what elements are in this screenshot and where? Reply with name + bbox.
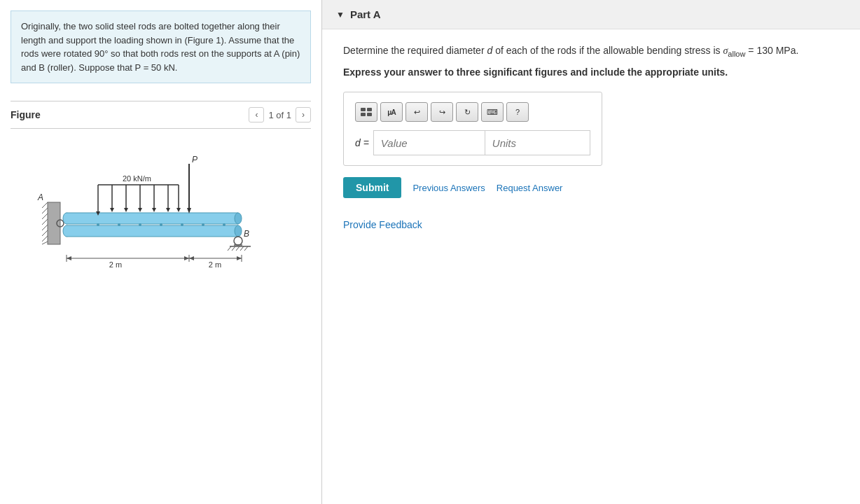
svg-point-18 <box>235 213 242 224</box>
svg-line-31 <box>232 246 235 251</box>
problem-text-box: Originally, the two solid steel rods are… <box>11 10 311 83</box>
request-answer-link[interactable]: Request Answer <box>497 183 563 193</box>
help-icon: ? <box>515 108 520 116</box>
mu-label: μA <box>387 108 395 116</box>
svg-text:B: B <box>244 229 249 239</box>
part-content: Determine the required diameter d of eac… <box>322 29 860 212</box>
toolbar: μA ↩ ↪ ↻ ⌨ ? <box>355 102 590 122</box>
svg-marker-64 <box>189 256 194 260</box>
redo-icon: ↪ <box>439 108 445 117</box>
svg-marker-45 <box>152 208 156 212</box>
toolbar-mu-btn[interactable]: μA <box>380 102 403 122</box>
part-title: Part A <box>350 8 381 20</box>
toolbar-undo-btn[interactable]: ↩ <box>405 102 428 122</box>
svg-text:P: P <box>192 155 197 164</box>
part-header: ▼ Part A <box>322 0 860 29</box>
svg-rect-70 <box>367 113 372 116</box>
svg-line-30 <box>228 246 231 251</box>
collapse-arrow[interactable]: ▼ <box>336 10 345 20</box>
refresh-icon: ↻ <box>464 108 471 117</box>
feedback-section: Provide Feedback <box>322 212 860 237</box>
svg-point-23 <box>160 223 162 226</box>
svg-point-20 <box>97 223 99 226</box>
svg-line-33 <box>240 246 244 251</box>
svg-line-2 <box>42 208 48 214</box>
svg-marker-41 <box>124 208 128 212</box>
svg-marker-59 <box>67 256 71 260</box>
submit-button[interactable]: Submit <box>343 177 401 198</box>
figure-section: Figure ‹ 1 of 1 › <box>11 101 311 290</box>
problem-text: Originally, the two solid steel rods are… <box>21 21 300 73</box>
toolbar-refresh-btn[interactable]: ↻ <box>456 102 478 122</box>
left-panel: Originally, the two solid steel rods are… <box>0 0 322 504</box>
svg-rect-67 <box>361 108 366 111</box>
math-d: d <box>487 45 492 56</box>
figure-counter: 1 of 1 <box>268 110 291 120</box>
beam-figure-svg: 20 kN/m P A B 2 m 2 m <box>28 143 294 283</box>
svg-marker-39 <box>110 208 114 212</box>
svg-line-4 <box>42 219 48 225</box>
svg-line-34 <box>244 246 248 251</box>
svg-rect-68 <box>367 108 372 111</box>
svg-line-1 <box>42 202 48 208</box>
svg-marker-47 <box>166 208 170 212</box>
svg-marker-65 <box>237 256 242 260</box>
svg-line-6 <box>42 230 48 236</box>
svg-rect-11 <box>67 213 238 224</box>
right-panel: ▼ Part A Determine the required diameter… <box>322 0 860 504</box>
d-label: d = <box>355 137 369 148</box>
svg-line-5 <box>42 225 48 230</box>
svg-text:2 m: 2 m <box>109 260 121 269</box>
svg-point-25 <box>202 223 204 226</box>
svg-point-27 <box>234 237 242 245</box>
grid-icon <box>360 107 373 117</box>
equals-130: = 130 MPa. <box>748 45 798 56</box>
figure-divider <box>11 128 311 129</box>
toolbar-redo-btn[interactable]: ↪ <box>431 102 453 122</box>
svg-rect-0 <box>48 202 60 244</box>
undo-icon: ↩ <box>414 108 420 117</box>
express-note: Express your answer to three significant… <box>343 66 839 78</box>
value-input[interactable] <box>373 130 485 155</box>
svg-rect-69 <box>361 113 366 116</box>
figure-image: 20 kN/m P A B 2 m 2 m <box>11 136 311 290</box>
svg-point-22 <box>139 223 141 226</box>
svg-text:A: A <box>37 192 43 202</box>
figure-prev-btn[interactable]: ‹ <box>249 107 264 122</box>
toolbar-help-btn[interactable]: ? <box>506 102 529 122</box>
svg-marker-49 <box>176 208 181 212</box>
svg-line-8 <box>42 241 48 244</box>
sigma-sub: allow <box>728 50 745 58</box>
keyboard-icon: ⌨ <box>487 108 498 117</box>
svg-line-3 <box>42 214 48 219</box>
figure-title: Figure <box>11 109 41 120</box>
units-input[interactable] <box>485 130 590 155</box>
problem-line2: of each of the rods if the allowable ben… <box>495 45 720 56</box>
svg-line-32 <box>236 246 240 251</box>
figure-nav: ‹ 1 of 1 › <box>249 107 311 122</box>
toolbar-grid-btn[interactable] <box>355 102 377 122</box>
answer-box: μA ↩ ↪ ↻ ⌨ ? d = <box>343 92 602 166</box>
toolbar-keyboard-btn[interactable]: ⌨ <box>481 102 504 122</box>
svg-rect-15 <box>67 225 238 237</box>
svg-marker-43 <box>138 208 142 212</box>
problem-line1: Determine the required diameter <box>343 45 485 56</box>
problem-statement: Determine the required diameter d of eac… <box>343 43 839 59</box>
svg-point-19 <box>235 225 242 237</box>
svg-marker-60 <box>184 256 189 260</box>
svg-line-7 <box>42 236 48 241</box>
provide-feedback-link[interactable]: Provide Feedback <box>343 219 422 230</box>
previous-answers-link[interactable]: Previous Answers <box>412 183 485 193</box>
figure-next-btn[interactable]: › <box>296 107 311 122</box>
svg-text:2 m: 2 m <box>208 260 221 269</box>
svg-point-26 <box>223 223 226 226</box>
svg-point-21 <box>118 223 120 226</box>
svg-text:20 kN/m: 20 kN/m <box>123 174 151 183</box>
action-row: Submit Previous Answers Request Answer <box>343 177 839 198</box>
svg-point-24 <box>181 223 183 226</box>
input-row: d = <box>355 130 590 155</box>
figure-header: Figure ‹ 1 of 1 › <box>11 107 311 128</box>
